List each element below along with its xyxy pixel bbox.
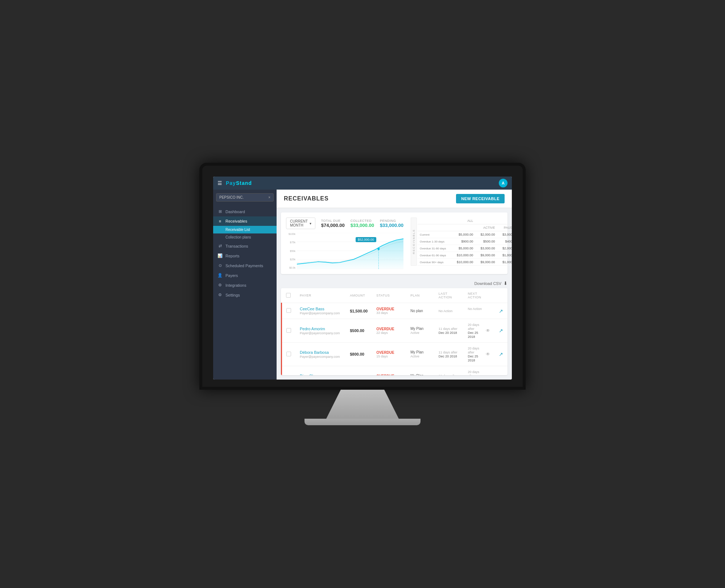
sidebar-item-dashboard[interactable]: ⊞ Dashboard <box>213 207 277 216</box>
sidebar-item-integrations[interactable]: ⚙ Integrations <box>213 280 277 290</box>
navigate-icon[interactable]: ↗ <box>499 328 503 334</box>
logo: PayStand <box>226 180 252 186</box>
payer-cell: Dina Glenn Payer@payercompany.com <box>295 366 345 376</box>
row-actions: ↗ <box>499 308 503 314</box>
rec-row-label: Overdue 61-90 days <box>418 252 451 259</box>
receivable-summary-table: ALL PLANS ACTIVE PAUSED <box>418 218 512 266</box>
sidebar-item-reports[interactable]: 📊 Reports <box>213 251 277 261</box>
page-header: RECEIVABLES NEW RECEIVABLE <box>277 190 512 208</box>
receivable-vertical-label: RECEIVABLE <box>411 218 417 266</box>
status-badge: OVERDUE <box>376 307 394 311</box>
rec-row-all: $5,000.00 <box>451 231 475 238</box>
sidebar: PEPSICO INC. × ⊞ Dashboard ≡ Receivables <box>213 190 277 380</box>
rec-row-active: $3,000.00 <box>475 245 497 252</box>
sidebar-item-receivable-list[interactable]: Receivable List <box>213 226 277 233</box>
row-checkbox-cell <box>282 343 296 366</box>
new-receivable-button[interactable]: NEW RECEIVABLE <box>456 194 505 203</box>
chart-tooltip: $52,000.00 <box>356 237 376 242</box>
select-all-checkbox[interactable] <box>286 293 291 298</box>
company-close-icon[interactable]: × <box>268 195 270 199</box>
plan-cell: My Plan Active <box>406 319 434 343</box>
rec-row-paused: $1,000.00 <box>497 252 512 259</box>
settings-icon: ⚙ <box>218 293 223 297</box>
sidebar-item-label: Payers <box>225 273 238 278</box>
row-checkbox[interactable] <box>286 308 291 313</box>
payer-name[interactable]: Dina Glenn <box>300 374 341 376</box>
monitor-stand <box>326 390 399 419</box>
navigate-icon[interactable]: ↗ <box>499 308 503 314</box>
rec-summary-row: Overdue 61-90 days $10,000.00 $9,000.00 … <box>418 252 512 259</box>
status-days: 33 days <box>376 311 402 315</box>
status-cell: OVERDUE 8 days <box>372 366 406 376</box>
rec-row-paused: $3,000.00 <box>497 231 512 238</box>
view-icon[interactable]: 👁 <box>486 352 490 357</box>
next-action-info: 20 days afterDec 25 2018 <box>468 370 479 375</box>
payer-email: Payer@payercompany.com <box>300 331 340 335</box>
rec-row-active: $9,000.00 <box>475 259 497 266</box>
total-due-stat: TOTAL DUE $74,000.00 <box>321 219 345 228</box>
payer-name[interactable]: Débora Barbosa <box>300 350 341 355</box>
status-cell: OVERDUE 22 days <box>372 319 406 343</box>
status-cell: OVERDUE 33 days <box>372 303 406 319</box>
row-checkbox[interactable] <box>286 352 291 356</box>
hamburger-icon[interactable]: ☰ <box>218 180 222 186</box>
next-action-cell: 20 days afterDec 25 2018 👁 <box>463 319 494 342</box>
last-action-info: 11 days afterDec 20 2018 <box>439 374 457 375</box>
y-label-0: $0.0k <box>286 266 295 269</box>
row-checkbox[interactable] <box>286 375 291 376</box>
collected-stat: COLLECTED $33,000.00 <box>351 219 374 228</box>
sidebar-item-settings[interactable]: ⚙ Settings <box>213 290 277 300</box>
last-action-info: 11 days afterDec 20 2018 <box>439 351 457 358</box>
reports-icon: 📊 <box>218 253 223 258</box>
rec-row-paused: $1,000.00 <box>497 259 512 266</box>
user-avatar[interactable]: A <box>499 179 508 187</box>
receivables-icon: ≡ <box>218 219 223 223</box>
sidebar-item-receivables[interactable]: ≡ Receivables <box>213 216 277 226</box>
rec-col-label <box>418 218 451 224</box>
logo-area: ☰ PayStand <box>218 180 252 186</box>
navigate-icon[interactable]: ↗ <box>499 375 503 375</box>
receivables-table: PAYER AMOUNT STATUS PLAN LAST ACTION NEX… <box>281 288 508 375</box>
download-icon[interactable]: ⬇ <box>504 281 508 286</box>
sidebar-item-label: Dashboard <box>225 210 245 214</box>
sidebar-sub-label: Receivable List <box>225 228 250 232</box>
payer-name[interactable]: Pedro Amorim <box>300 327 341 331</box>
payer-cell: CeeCee Bass Payer@payercompany.com <box>295 303 345 319</box>
data-table-container: PAYER AMOUNT STATUS PLAN LAST ACTION NEX… <box>281 288 508 375</box>
navigate-icon[interactable]: ↗ <box>499 351 503 357</box>
rec-row-label: Overdue 31-60 days <box>418 245 451 252</box>
sidebar-item-payers[interactable]: 👤 Payers <box>213 270 277 280</box>
download-csv-label[interactable]: Download CSV <box>474 281 501 286</box>
table-row: Débora Barbosa Payer@payercompany.com $8… <box>282 343 508 366</box>
plan-cell: No plan <box>406 303 434 319</box>
plan-cell: My Plan Active <box>406 366 434 376</box>
last-action-info: 11 days afterDec 20 2018 <box>439 327 457 335</box>
logo-accent: Stand <box>236 180 252 186</box>
monitor-base <box>304 419 420 425</box>
rec-header-active: ACTIVE <box>475 224 497 231</box>
month-selector[interactable]: CURRENT MONTH ▾ <box>286 218 315 229</box>
sidebar-item-collection-plans[interactable]: Collection plans <box>213 233 277 241</box>
next-action-cell: 20 days afterDec 25 2018 👁 <box>463 366 494 375</box>
screen-bezel: ☰ PayStand A PEPSICO INC. × <box>213 177 512 380</box>
sidebar-sub-label: Collection plans <box>225 235 251 239</box>
rec-row-all: $10,000.00 <box>451 259 475 266</box>
sidebar-item-scheduled-payments[interactable]: ⊙ Scheduled Payments <box>213 261 277 270</box>
col-checkbox <box>282 288 296 303</box>
last-action-cell: No Action <box>434 303 464 319</box>
sidebar-item-transactions[interactable]: ⇄ Transactions <box>213 241 277 251</box>
integrations-icon: ⚙ <box>218 283 223 287</box>
collected-value: $33,000.00 <box>351 223 374 228</box>
view-icon[interactable]: 👁 <box>486 328 490 333</box>
status-badge: OVERDUE <box>376 351 394 355</box>
total-due-label: TOTAL DUE <box>321 219 345 223</box>
amount-value: $1,500.00 <box>350 309 368 313</box>
payer-name[interactable]: CeeCee Bass <box>300 307 341 311</box>
amount-cell: $500.00 <box>345 319 372 343</box>
row-checkbox[interactable] <box>286 328 291 333</box>
company-selector[interactable]: PEPSICO INC. × <box>216 193 274 202</box>
rec-row-label: Overdue 1-30 days <box>418 238 451 245</box>
amount-cell: $800.00 <box>345 343 372 366</box>
col-actions <box>494 288 508 303</box>
rec-summary-row: Overdue 31-60 days $5,000.00 $3,000.00 $… <box>418 245 512 252</box>
